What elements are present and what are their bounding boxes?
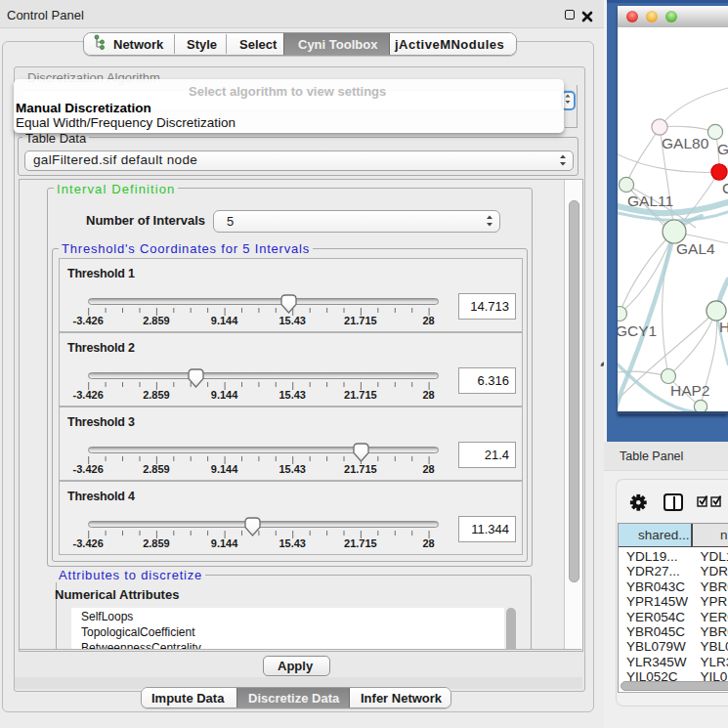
svg-text:C: C	[722, 180, 728, 196]
svg-text:GCY1: GCY1	[618, 322, 657, 339]
svg-text:G.: G.	[717, 141, 728, 157]
svg-text:H: H	[719, 319, 728, 335]
svg-text:GAL80: GAL80	[662, 135, 709, 151]
svg-text:GAL11: GAL11	[627, 193, 673, 209]
svg-text:HAP2: HAP2	[670, 382, 710, 399]
svg-text:GAL4: GAL4	[676, 240, 715, 257]
